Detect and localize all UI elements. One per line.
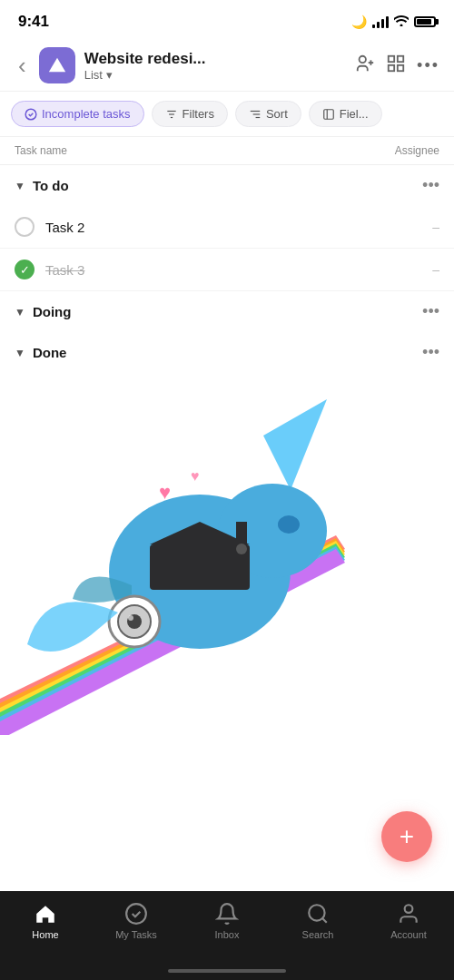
back-button[interactable]: ‹	[15, 48, 30, 83]
search-label: Search	[302, 929, 334, 940]
svg-line-39	[322, 918, 327, 923]
svg-marker-19	[0, 541, 345, 726]
todo-section: ▼ To do ••• Task 2 – ✓ Task 3 –	[0, 165, 454, 291]
svg-rect-6	[389, 64, 394, 70]
signal-bars-icon	[372, 15, 389, 28]
svg-point-34	[118, 605, 151, 638]
nav-search[interactable]: Search	[281, 902, 354, 940]
todo-chevron-icon: ▼	[15, 180, 25, 192]
task-row: ✓ Task 3 –	[0, 249, 454, 291]
svg-marker-20	[0, 544, 345, 730]
add-task-fab[interactable]: +	[381, 811, 432, 862]
app-icon	[39, 47, 75, 83]
inbox-label: Inbox	[215, 929, 240, 940]
home-indicator	[168, 969, 286, 973]
svg-rect-4	[389, 55, 394, 61]
unicorn-illustration: ♥ ♥	[0, 390, 454, 735]
table-header: Task name Assignee	[0, 137, 454, 165]
done-more-button[interactable]: •••	[422, 343, 439, 362]
moon-icon: 🌙	[351, 15, 367, 29]
status-time: 9:41	[18, 13, 49, 31]
done-section-title: Done	[33, 345, 422, 360]
svg-marker-18	[0, 538, 345, 721]
svg-marker-28	[150, 522, 250, 544]
svg-point-36	[128, 615, 133, 621]
assignee-col-header: Assignee	[395, 144, 439, 157]
sort-button[interactable]: Sort	[235, 101, 301, 127]
doing-section: ▼ Doing •••	[0, 291, 454, 332]
battery-icon	[414, 16, 436, 27]
fields-button[interactable]: Fiel...	[309, 101, 382, 127]
task-name-label: Task 2	[45, 220, 425, 235]
svg-point-26	[278, 515, 300, 534]
nav-account[interactable]: Account	[372, 902, 445, 940]
task-assignee-value: –	[432, 262, 439, 277]
inbox-icon	[215, 902, 239, 926]
filter-bar: Incomplete tasks Filters Sort Fiel...	[0, 92, 454, 137]
svg-marker-0	[49, 58, 65, 73]
task-row: Task 2 –	[0, 206, 454, 249]
nav-inbox[interactable]: Inbox	[191, 902, 263, 940]
todo-more-button[interactable]: •••	[422, 176, 439, 195]
svg-text:♥: ♥	[159, 481, 171, 504]
account-icon	[397, 902, 420, 926]
list-view-button[interactable]	[386, 54, 406, 78]
svg-point-1	[360, 55, 366, 62]
more-options-button[interactable]: •••	[417, 56, 439, 75]
task-checkbox-completed[interactable]: ✓	[15, 260, 35, 279]
doing-section-header[interactable]: ▼ Doing •••	[0, 291, 454, 332]
status-icons: 🌙	[351, 15, 436, 29]
svg-point-38	[309, 905, 324, 920]
svg-rect-7	[398, 64, 403, 70]
svg-rect-27	[150, 544, 250, 590]
svg-point-35	[127, 614, 142, 629]
todo-section-header[interactable]: ▼ To do •••	[0, 165, 454, 206]
add-person-button[interactable]	[355, 54, 375, 78]
bottom-nav: Home My Tasks Inbox Search Account	[0, 891, 454, 980]
done-section-header[interactable]: ▼ Done •••	[0, 332, 454, 373]
my-tasks-label: My Tasks	[115, 929, 157, 940]
svg-point-8	[25, 109, 36, 120]
status-bar: 9:41 🌙	[0, 0, 454, 40]
svg-rect-5	[398, 55, 403, 61]
svg-marker-21	[0, 546, 345, 735]
svg-point-37	[126, 904, 146, 924]
view-type: List ▾	[84, 68, 346, 82]
svg-rect-29	[236, 522, 247, 549]
header-actions: •••	[355, 54, 439, 78]
task-name-label: Task 3	[45, 262, 425, 278]
svg-rect-15	[324, 109, 334, 119]
task-assignee-value: –	[432, 220, 439, 234]
app-triangle-icon	[47, 55, 67, 75]
doing-chevron-icon: ▼	[15, 306, 25, 318]
svg-marker-22	[0, 549, 345, 735]
nav-my-tasks[interactable]: My Tasks	[100, 902, 173, 940]
todo-section-title: To do	[33, 178, 422, 193]
chevron-down-icon: ▾	[106, 68, 113, 82]
svg-point-40	[405, 905, 413, 913]
incomplete-tasks-filter[interactable]: Incomplete tasks	[11, 101, 144, 127]
plus-icon: +	[400, 822, 414, 851]
svg-point-24	[109, 495, 291, 649]
unicorn-svg: ♥ ♥	[0, 390, 454, 735]
svg-point-33	[109, 596, 160, 647]
task-name-col-header: Task name	[15, 144, 67, 157]
nav-home[interactable]: Home	[9, 902, 82, 940]
svg-text:♥: ♥	[191, 468, 200, 484]
home-label: Home	[32, 929, 58, 940]
wifi-icon	[394, 15, 409, 29]
header-title-area: Website redesi... List ▾	[84, 50, 346, 82]
done-section: ▼ Done •••	[0, 332, 454, 373]
done-chevron-icon: ▼	[15, 347, 25, 359]
svg-marker-17	[0, 535, 345, 717]
task-checkbox[interactable]	[15, 217, 35, 237]
doing-more-button[interactable]: •••	[422, 302, 439, 321]
filters-button[interactable]: Filters	[152, 101, 228, 127]
svg-point-30	[236, 544, 247, 554]
account-label: Account	[390, 929, 427, 940]
svg-point-25	[218, 484, 327, 578]
header: ‹ Website redesi... List ▾ •••	[0, 40, 454, 92]
doing-section-title: Doing	[33, 304, 422, 319]
my-tasks-icon	[124, 902, 148, 926]
project-title: Website redesi...	[84, 50, 346, 68]
